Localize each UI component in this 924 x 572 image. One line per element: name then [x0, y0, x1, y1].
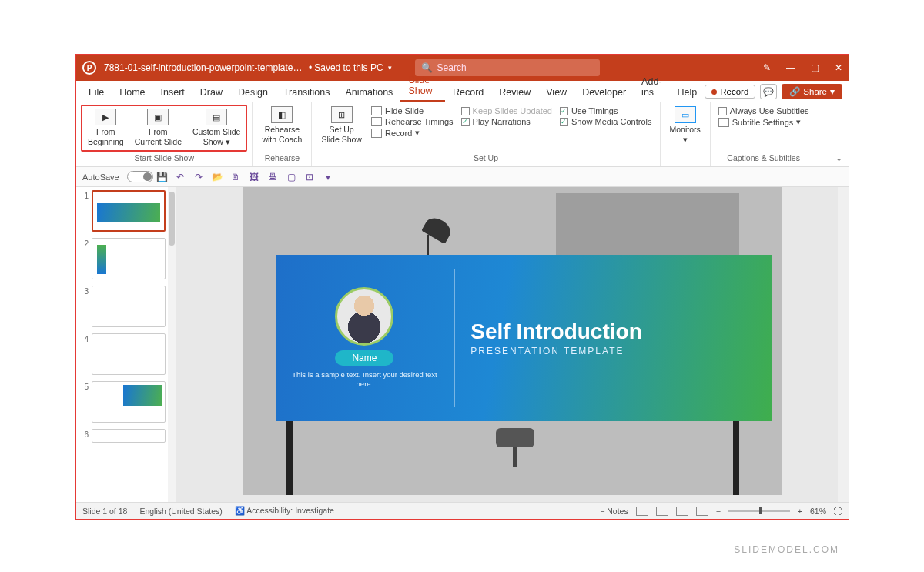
record-button[interactable]: Record [705, 85, 755, 99]
tab-record[interactable]: Record [445, 83, 491, 102]
autosave-toggle[interactable] [127, 171, 153, 182]
status-bar: Slide 1 of 18 English (United States) ♿ … [76, 502, 849, 519]
slide-subtitle: PRESENTATION TEMPLATE [470, 346, 771, 356]
record-icon [371, 129, 382, 138]
share-button[interactable]: 🔗 Share ▾ [782, 84, 842, 99]
slide-count[interactable]: Slide 1 of 18 [82, 507, 127, 516]
tab-addins[interactable]: Add-ins [634, 72, 669, 102]
rehearse-timings-button[interactable]: Rehearse Timings [371, 117, 454, 126]
slide-canvas[interactable]: Name This is a sample text. Insert your … [176, 187, 849, 502]
hide-slide-button[interactable]: Hide Slide [371, 106, 454, 115]
group-label: Set Up [316, 152, 654, 164]
tab-insert[interactable]: Insert [153, 83, 192, 102]
checkbox-checked-icon: ✓ [560, 118, 568, 126]
tab-home[interactable]: Home [112, 83, 152, 102]
picture-icon[interactable]: 🖼 [249, 172, 260, 182]
save-status[interactable]: • Saved to this PC▾ [309, 62, 392, 73]
set-up-slide-show-button[interactable]: ⊞Set Up Slide Show [316, 105, 367, 146]
checkbox-icon [718, 107, 727, 115]
normal-view-button[interactable] [636, 507, 648, 516]
from-current-slide-button[interactable]: ▣From Current Slide [130, 107, 186, 148]
print-icon[interactable]: 🖶 [267, 172, 279, 182]
thumbnail-scrollbar[interactable] [168, 187, 176, 502]
keep-slides-updated-checkbox[interactable]: Keep Slides Updated [461, 106, 552, 115]
group-label: Rehearse [257, 152, 306, 164]
thumbnail-5[interactable]: 5 [81, 381, 174, 423]
notes-button[interactable]: ≡ Notes [600, 507, 628, 516]
new-icon[interactable]: 🗎 [230, 172, 242, 182]
subtitle-icon [718, 118, 729, 127]
app-window: P 7881-01-self-introduction-powerpoint-t… [75, 54, 849, 520]
sample-text: This is a sample text. Insert your desir… [283, 370, 447, 390]
zoom-in-button[interactable]: + [798, 507, 802, 516]
avatar-photo [335, 287, 393, 346]
thumbnail-4[interactable]: 4 [81, 333, 174, 375]
thumbnail-3[interactable]: 3 [81, 286, 174, 327]
play-from-start-icon: ▶ [95, 109, 116, 125]
tab-slide-show[interactable]: Slide Show [400, 71, 445, 102]
sorter-view-button[interactable] [656, 507, 668, 516]
thumbnail-1[interactable]: 1 [81, 190, 174, 232]
zoom-slider[interactable] [728, 510, 790, 512]
monitors-button[interactable]: ▭Monitors▾ [665, 105, 705, 146]
use-timings-checkbox[interactable]: ✓Use Timings [560, 106, 652, 115]
thumbnail-2[interactable]: 2 [81, 238, 174, 279]
accessibility-status[interactable]: ♿ Accessibility: Investigate [235, 506, 334, 516]
subtitle-settings-dropdown[interactable]: Subtitle Settings ▾ [718, 117, 809, 127]
coach-icon: ◧ [271, 106, 293, 123]
tab-file[interactable]: File [81, 83, 112, 102]
thumbnail-6[interactable]: 6 [81, 429, 174, 443]
always-use-subtitles-checkbox[interactable]: Always Use Subtitles [718, 106, 809, 115]
comments-button[interactable]: 💬 [760, 84, 777, 99]
window-icon[interactable]: ⊡ [304, 172, 316, 182]
show-media-controls-checkbox[interactable]: ✓Show Media Controls [560, 117, 652, 126]
checkbox-icon [461, 107, 470, 115]
tab-draw[interactable]: Draw [192, 83, 230, 102]
record-dropdown[interactable]: Record ▾ [371, 128, 454, 138]
group-label: Start Slide Show [81, 152, 247, 164]
minimize-button[interactable]: — [786, 62, 795, 73]
zoom-out-button[interactable]: − [716, 507, 721, 516]
custom-slide-show-button[interactable]: ▤Custom Slide Show ▾ [188, 107, 245, 148]
maximize-button[interactable]: ▢ [811, 62, 819, 73]
tab-developer[interactable]: Developer [574, 83, 634, 102]
name-badge: Name [335, 350, 393, 366]
slide-title: Self Introduction [470, 319, 771, 344]
close-button[interactable]: ✕ [835, 62, 842, 73]
monitor-icon: ▭ [675, 106, 696, 123]
language-status[interactable]: English (United States) [139, 507, 222, 516]
qat-dropdown-icon[interactable]: ▾ [323, 172, 334, 182]
checkbox-checked-icon: ✓ [560, 107, 568, 115]
from-beginning-button[interactable]: ▶From Beginning [83, 107, 129, 148]
screen-icon[interactable]: ▢ [286, 172, 297, 182]
collapse-ribbon-button[interactable]: ⌄ [835, 153, 842, 163]
start-slide-show-group-highlight: ▶From Beginning ▣From Current Slide ▤Cus… [81, 105, 247, 152]
setup-icon: ⊞ [331, 106, 353, 123]
zoom-level[interactable]: 61% [810, 507, 826, 516]
tab-transitions[interactable]: Transitions [276, 83, 338, 102]
tab-animations[interactable]: Animations [338, 83, 401, 102]
reading-view-button[interactable] [676, 507, 688, 516]
quick-access-toolbar: AutoSave Off 💾 ↶ ↷ 📂 🗎 🖼 🖶 ▢ ⊡ ▾ [76, 167, 849, 187]
autosave-label: AutoSave [82, 172, 119, 182]
fit-to-window-button[interactable]: ⛶ [834, 507, 842, 516]
slideshow-view-button[interactable] [696, 507, 708, 516]
save-icon[interactable]: 💾 [156, 172, 168, 182]
pen-icon[interactable]: ✎ [763, 62, 771, 73]
tab-help[interactable]: Help [670, 83, 705, 102]
slide-1: Name This is a sample text. Insert your … [243, 187, 782, 495]
record-dot-icon [711, 89, 717, 95]
tab-review[interactable]: Review [491, 83, 538, 102]
tab-design[interactable]: Design [230, 83, 276, 102]
tab-view[interactable]: View [538, 83, 574, 102]
document-title[interactable]: 7881-01-self-introduction-powerpoint-tem… [104, 62, 304, 73]
rehearse-with-coach-button[interactable]: ◧Rehearse with Coach [257, 105, 306, 146]
watermark: SLIDEMODEL.COM [734, 544, 839, 555]
play-narrations-checkbox[interactable]: ✓Play Narrations [461, 117, 552, 126]
redo-icon[interactable]: ↷ [193, 172, 205, 182]
canvas-scrollbar[interactable] [838, 187, 849, 502]
folder-icon[interactable]: 📂 [212, 172, 223, 182]
undo-icon[interactable]: ↶ [175, 172, 186, 182]
ribbon: ▶From Beginning ▣From Current Slide ▤Cus… [76, 102, 849, 167]
chevron-down-icon: ▾ [388, 64, 392, 72]
